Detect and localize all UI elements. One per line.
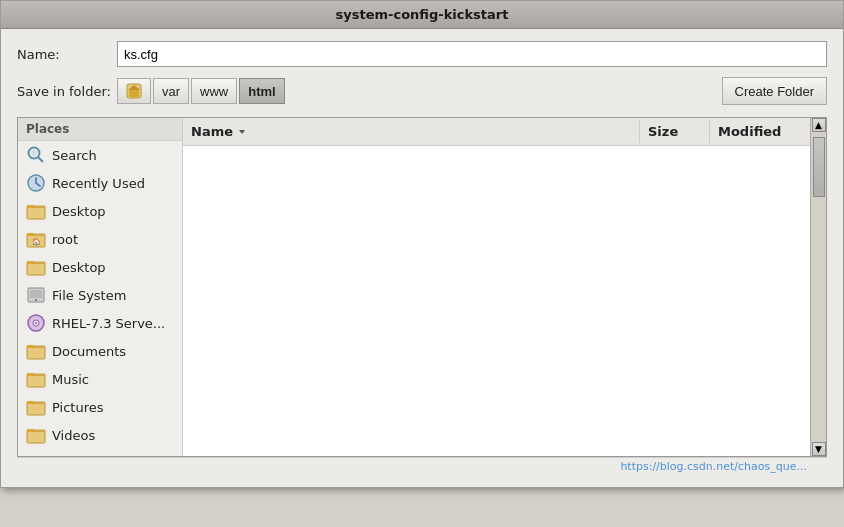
file-list — [183, 146, 810, 456]
svg-rect-12 — [30, 290, 42, 298]
sidebar-label-root: root — [52, 232, 78, 247]
title-bar: system-config-kickstart — [1, 1, 843, 29]
name-row: Name: — [17, 41, 827, 67]
column-name-header[interactable]: Name — [183, 120, 640, 143]
breadcrumb-var-button[interactable]: var — [153, 78, 189, 104]
sidebar-label-pictures: Pictures — [52, 400, 103, 415]
home-icon: 🏠 — [26, 229, 46, 249]
breadcrumb-area: var www html — [117, 78, 722, 104]
svg-point-5 — [31, 150, 37, 156]
scrollbar-down-button[interactable]: ▼ — [812, 442, 826, 456]
breadcrumb-html-button[interactable]: html — [239, 78, 284, 104]
file-header: Name Size Modified — [183, 118, 810, 146]
sidebar-label-rhel: RHEL-7.3 Serve... — [52, 316, 165, 331]
sidebar-item-videos[interactable]: Videos — [18, 421, 182, 449]
documents-folder-icon — [26, 341, 46, 361]
sidebar-item-recently-used[interactable]: Recently Used — [18, 169, 182, 197]
create-folder-button[interactable]: Create Folder — [722, 77, 827, 105]
sidebar-item-desktop-2[interactable]: Desktop — [18, 253, 182, 281]
sidebar-label-videos: Videos — [52, 428, 95, 443]
save-in-label: Save in folder: — [17, 84, 117, 99]
recently-used-icon — [26, 173, 46, 193]
filesystem-icon — [26, 285, 46, 305]
search-icon — [26, 145, 46, 165]
scrollbar-track[interactable] — [812, 132, 826, 442]
column-size-header[interactable]: Size — [640, 120, 710, 143]
svg-point-16 — [35, 322, 37, 324]
desktop-folder-icon-2 — [26, 257, 46, 277]
svg-point-13 — [35, 299, 37, 301]
sidebar-item-rhel[interactable]: RHEL-7.3 Serve... — [18, 309, 182, 337]
name-input[interactable] — [117, 41, 827, 67]
sidebar-label-desktop-1: Desktop — [52, 204, 106, 219]
dialog: system-config-kickstart Name: Save in fo… — [0, 0, 844, 488]
videos-folder-icon — [26, 425, 46, 445]
sidebar-label-desktop-2: Desktop — [52, 260, 106, 275]
sidebar-label-recently-used: Recently Used — [52, 176, 145, 191]
name-label: Name: — [17, 47, 117, 62]
optical-icon — [26, 313, 46, 333]
sidebar-item-pictures[interactable]: Pictures — [18, 393, 182, 421]
file-area-wrapper: Name Size Modified — [183, 118, 826, 456]
sidebar-item-search[interactable]: Search — [18, 141, 182, 169]
breadcrumb-home-button[interactable] — [117, 78, 151, 104]
scrollbar-up-button[interactable]: ▲ — [812, 118, 826, 132]
sidebar-item-filesystem[interactable]: File System — [18, 281, 182, 309]
music-folder-icon — [26, 369, 46, 389]
places-header: Places — [18, 118, 182, 141]
breadcrumb-www-button[interactable]: www — [191, 78, 237, 104]
watermark: https://blog.csdn.net/chaos_que... — [620, 460, 807, 473]
sidebar-label-music: Music — [52, 372, 89, 387]
sort-arrow-icon — [237, 127, 247, 137]
file-panel: Name Size Modified — [183, 118, 810, 456]
dialog-content: Name: Save in folder: var www — [1, 29, 843, 487]
sidebar-label-search: Search — [52, 148, 97, 163]
file-browser: Places Search — [17, 117, 827, 475]
svg-rect-1 — [129, 90, 139, 97]
sidebar-item-desktop-1[interactable]: Desktop — [18, 197, 182, 225]
svg-marker-21 — [239, 130, 245, 134]
sidebar-label-filesystem: File System — [52, 288, 126, 303]
sidebar-item-root[interactable]: 🏠 root — [18, 225, 182, 253]
scrollbar-thumb[interactable] — [813, 137, 825, 197]
sidebar: Places Search — [18, 118, 183, 456]
column-modified-header[interactable]: Modified — [710, 120, 810, 143]
svg-text:🏠: 🏠 — [32, 237, 41, 246]
sidebar-item-documents[interactable]: Documents — [18, 337, 182, 365]
desktop-folder-icon-1 — [26, 201, 46, 221]
scrollbar[interactable]: ▲ ▼ — [810, 118, 826, 456]
main-area: Places Search — [17, 117, 827, 457]
sidebar-item-music[interactable]: Music — [18, 365, 182, 393]
pictures-folder-icon — [26, 397, 46, 417]
svg-line-4 — [38, 157, 43, 162]
dialog-title: system-config-kickstart — [336, 7, 509, 22]
sidebar-label-documents: Documents — [52, 344, 126, 359]
save-in-row: Save in folder: var www html — [17, 77, 827, 105]
